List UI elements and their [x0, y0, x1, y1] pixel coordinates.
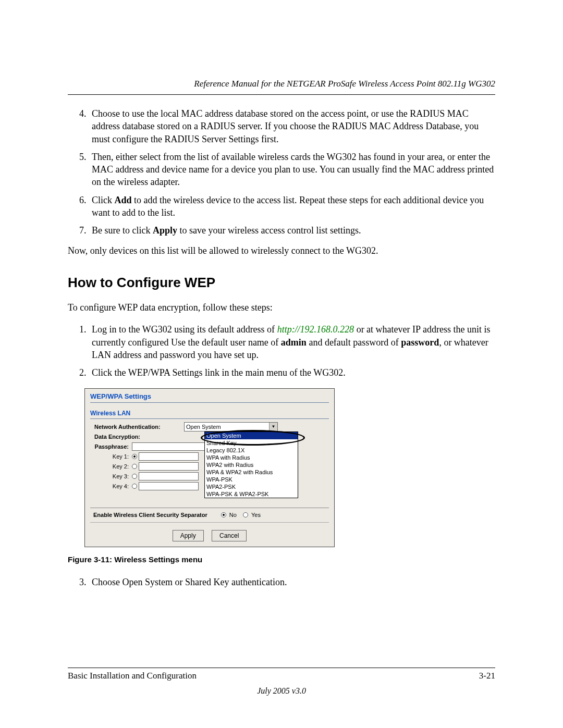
opt-wpa-radius[interactable]: WPA with Radius — [205, 454, 298, 461]
step-b2: Click the WEP/WPA Settings link in the m… — [89, 366, 495, 379]
footer-right: 3-21 — [479, 670, 495, 682]
header-rule — [68, 94, 495, 95]
cancel-button[interactable]: Cancel — [212, 530, 247, 541]
footer-left: Basic Installation and Configuration — [68, 670, 197, 682]
footer-rule — [68, 668, 495, 668]
key3-radio[interactable] — [132, 474, 137, 479]
label-passphrase: Passphrase: — [90, 443, 132, 451]
key2-radio[interactable] — [132, 464, 137, 469]
ip-link[interactable]: http://192.168.0.228 — [277, 324, 354, 335]
sep-no-radio[interactable] — [221, 512, 226, 517]
label-key4: Key 4: — [90, 483, 132, 490]
step-b1: Log in to the WG302 using its default ad… — [89, 323, 495, 361]
separator-label: Enable Wireless Client Security Separato… — [93, 511, 207, 519]
header-title: Reference Manual for the NETGEAR ProSafe… — [68, 78, 495, 90]
opt-open-system[interactable]: Open System — [205, 432, 298, 439]
apply-button[interactable]: Apply — [173, 530, 204, 541]
opt-wpa2-radius[interactable]: WPA2 with Radius — [205, 461, 298, 468]
dropdown-arrow-icon[interactable]: ▼ — [269, 423, 277, 431]
label-key2: Key 2: — [90, 463, 132, 471]
screenshot-title: WEP/WPA Settings — [90, 392, 329, 403]
steps-list-a: Choose to use the local MAC address data… — [89, 107, 495, 237]
paragraph-summary: Now, only devices on this list will be a… — [68, 244, 495, 257]
opt-wpa-psk[interactable]: WPA-PSK — [205, 476, 298, 483]
step-5: Then, either select from the list of ava… — [89, 151, 495, 189]
netauth-select[interactable]: Open System ▼ — [184, 422, 278, 431]
opt-legacy-8021x[interactable]: Legacy 802.1X — [205, 447, 298, 454]
figure-caption: Figure 3-11: Wireless Settings menu — [68, 554, 495, 565]
key3-input[interactable] — [139, 472, 199, 480]
label-netauth: Network Authentication: — [90, 423, 184, 431]
section-heading: How to Configure WEP — [68, 274, 495, 292]
netauth-dropdown[interactable]: Open System Shared Key Legacy 802.1X WPA… — [204, 431, 298, 498]
page-footer: Basic Installation and Configuration 3-2… — [68, 662, 495, 697]
opt-wpa-wpa2-radius[interactable]: WPA & WPA2 with Radius — [205, 468, 298, 476]
label-dataenc: Data Encryption: — [90, 433, 184, 441]
steps-list-b-cont: Choose Open System or Shared Key authent… — [89, 576, 495, 588]
step-6: Click Add to add the wireless device to … — [89, 194, 495, 219]
separator-row: Enable Wireless Client Security Separato… — [90, 508, 329, 523]
settings-screenshot: WEP/WPA Settings Wireless LAN Network Au… — [84, 388, 335, 547]
passphrase-input[interactable] — [132, 442, 210, 451]
opt-wpa-wpa2-psk[interactable]: WPA-PSK & WPA2-PSK — [205, 490, 298, 498]
sep-no-label: No — [229, 512, 237, 518]
label-key1: Key 1: — [90, 453, 132, 461]
opt-wpa2-psk[interactable]: WPA2-PSK — [205, 483, 298, 490]
step-4: Choose to use the local MAC address data… — [89, 107, 495, 145]
key4-input[interactable] — [139, 482, 199, 490]
sep-yes-radio[interactable] — [243, 512, 248, 517]
step-b3: Choose Open System or Shared Key authent… — [89, 576, 495, 588]
sep-yes-label: Yes — [251, 512, 261, 518]
key1-radio[interactable] — [132, 454, 137, 459]
intro-text: To configure WEP data encryption, follow… — [68, 301, 495, 314]
steps-list-b: Log in to the WG302 using its default ad… — [89, 323, 495, 379]
netauth-select-value: Open System — [186, 423, 221, 431]
step-7: Be sure to click Apply to save your wire… — [89, 224, 495, 237]
footer-date: July 2005 v3.0 — [68, 685, 495, 697]
screenshot-subtitle: Wireless LAN — [90, 409, 329, 419]
key4-radio[interactable] — [132, 484, 137, 489]
key2-input[interactable] — [139, 462, 199, 471]
key1-input[interactable] — [139, 452, 199, 461]
opt-shared-key[interactable]: Shared Key — [205, 439, 298, 447]
label-key3: Key 3: — [90, 473, 132, 480]
